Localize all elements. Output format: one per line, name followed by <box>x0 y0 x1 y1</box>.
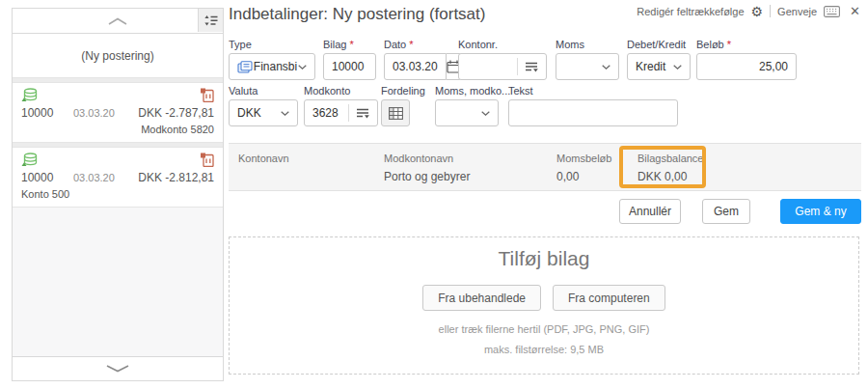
bilag-label: Bilag* <box>323 39 376 50</box>
gear-icon[interactable]: ⚙ <box>751 5 764 18</box>
valuta-value: DKK <box>237 106 261 120</box>
new-posting-label: (Ny postering) <box>81 49 153 63</box>
main-panel: Redigér feltrækkefølge ⚙ Genveje ✕ Indbe… <box>229 0 861 389</box>
edit-field-order-link[interactable]: Redigér feltrækkefølge <box>637 6 744 17</box>
chevron-up-icon <box>107 17 128 25</box>
save-and-new-button[interactable]: Gem & ny <box>780 199 861 224</box>
page-title: Indbetalinger: Ny postering (fortsat) <box>229 5 485 24</box>
lookup-list-icon[interactable] <box>356 108 369 119</box>
chevron-down-icon <box>105 365 130 373</box>
keyboard-icon <box>824 6 840 17</box>
save-button[interactable]: Gem <box>702 199 750 224</box>
momsbeloeb-value: 0,00 <box>556 170 579 183</box>
sidebar-scroll-down-button[interactable] <box>13 356 223 380</box>
valuta-select[interactable]: DKK <box>229 99 298 126</box>
bilagsbalance-value: DKK 0,00 <box>637 170 687 183</box>
type-select[interactable]: Finansbi <box>229 53 315 80</box>
field-divider <box>517 58 518 75</box>
window-toolbar: Redigér feltrækkefølge ⚙ Genveje ✕ <box>637 4 860 18</box>
entry-list-item[interactable]: 10000 03.03.20 DKK -2.787,81 Modkonto 58… <box>13 83 223 143</box>
moms-modkonto-label: Moms, modko... <box>435 85 499 97</box>
entry-date: 03.03.20 <box>73 107 138 119</box>
app-window: (Ny postering) <box>0 0 868 389</box>
chevron-down-icon <box>281 111 289 116</box>
entry-number: 10000 <box>21 106 73 120</box>
dato-label: Dato* <box>384 39 448 50</box>
debet-kredit-select[interactable]: Kredit <box>627 53 691 80</box>
upload-title: Tilføj bilag <box>230 247 858 270</box>
dato-value: 03.03.20 <box>393 60 438 73</box>
sidebar-empty-area <box>13 208 223 356</box>
close-icon[interactable]: ✕ <box>850 4 860 18</box>
tekst-label: Tekst <box>508 85 678 97</box>
beloeb-label: Beløb* <box>696 39 797 50</box>
kontonr-input[interactable] <box>458 53 547 80</box>
entry-list-item[interactable]: 10000 03.03.20 DKK -2.812,81 Konto 500 <box>13 148 223 208</box>
list-item-new-posting[interactable]: (Ny postering) <box>13 34 223 78</box>
moms-select[interactable] <box>556 53 619 80</box>
type-label: Type <box>229 39 315 50</box>
dato-input[interactable]: 03.03.20 <box>384 53 447 80</box>
debet-kredit-value: Kredit <box>636 60 665 73</box>
finance-voucher-icon <box>237 61 253 73</box>
kontonr-label: Kontonr. <box>458 39 547 50</box>
distribution-table-icon <box>389 107 403 120</box>
action-buttons-row: Annullér Gem Gem & ny <box>229 199 861 224</box>
cash-icon <box>21 153 38 167</box>
fordeling-button[interactable] <box>381 99 410 126</box>
from-computer-button[interactable]: Fra computeren <box>553 285 665 311</box>
beloeb-input[interactable]: 25,00 <box>696 53 797 80</box>
modkonto-value: 3628 <box>312 106 339 120</box>
entries-sidebar: (Ny postering) <box>12 8 224 381</box>
bilagsbalance-label: Bilagsbalance <box>637 153 704 164</box>
chevron-down-icon <box>298 65 307 69</box>
max-size-text: maks. filstørrelse: 9,5 MB <box>230 344 858 355</box>
summary-strip: Kontonavn Modkontonavn Porto og gebyrer … <box>229 143 861 191</box>
entry-date: 03.03.20 <box>73 172 138 183</box>
field-divider <box>348 104 349 122</box>
tekst-input[interactable] <box>508 99 678 126</box>
bilag-input[interactable]: 10000 <box>323 53 376 80</box>
debet-kredit-label: Debet/Kredit <box>627 39 691 50</box>
entry-amount: DKK -2.787,81 <box>138 106 214 120</box>
modkontonavn-label: Modkontonavn <box>384 153 453 164</box>
kontonavn-label: Kontonavn <box>238 153 289 164</box>
chevron-down-icon <box>481 111 490 116</box>
chevron-down-icon <box>673 65 682 69</box>
modkontonavn-value: Porto og gebyrer <box>384 170 470 183</box>
shortcuts-link[interactable]: Genveje <box>777 6 817 17</box>
bilag-value: 10000 <box>332 60 364 73</box>
beloeb-value: 25,00 <box>759 60 788 73</box>
sidebar-scroll-up-button[interactable] <box>13 9 223 34</box>
entry-note: Modkonto 5820 <box>21 124 214 136</box>
entry-note: Konto 500 <box>21 188 214 201</box>
drag-hint-text: eller træk filerne hertil (PDF, JPG, PNG… <box>230 323 858 335</box>
voucher-icon <box>200 153 214 167</box>
voucher-icon <box>200 88 214 102</box>
cash-icon <box>21 88 38 102</box>
cancel-button[interactable]: Annullér <box>619 199 681 224</box>
valuta-label: Valuta <box>229 85 298 97</box>
from-pending-button[interactable]: Fra ubehandlede <box>422 285 541 311</box>
entry-amount: DKK -2.812,81 <box>138 171 214 184</box>
entry-number: 10000 <box>21 171 73 184</box>
moms-modkonto-select[interactable] <box>435 99 499 126</box>
upload-dropzone[interactable]: Tilføj bilag Fra ubehandlede Fra compute… <box>229 236 859 375</box>
modkonto-input[interactable]: 3628 <box>304 99 378 126</box>
type-value: Finansbi <box>254 60 297 73</box>
sort-icon <box>204 15 218 26</box>
lookup-list-icon[interactable] <box>525 62 538 72</box>
chevron-down-icon <box>602 65 610 69</box>
sort-entries-button[interactable] <box>198 9 223 32</box>
fordeling-label: Fordeling <box>381 85 410 97</box>
toolbar-divider <box>770 5 771 17</box>
modkonto-label: Modkonto <box>304 85 378 97</box>
moms-label: Moms <box>556 39 619 50</box>
momsbeloeb-label: Momsbeløb <box>556 153 611 164</box>
